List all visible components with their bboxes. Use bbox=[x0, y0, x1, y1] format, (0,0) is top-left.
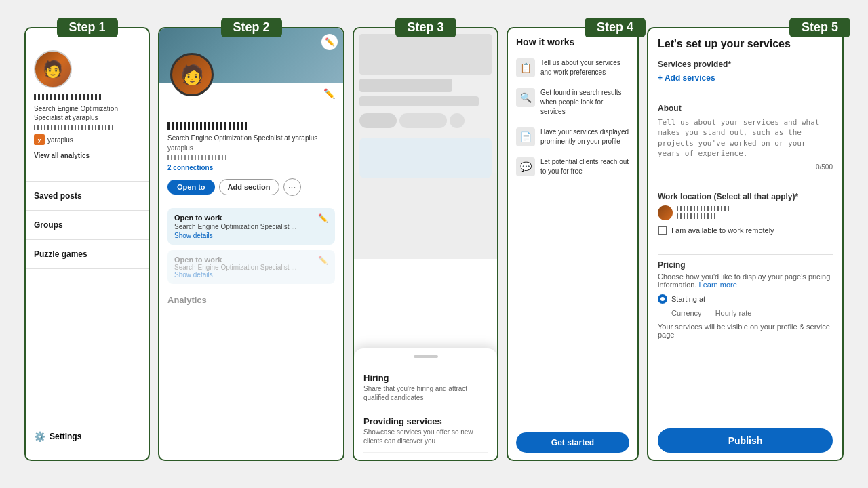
starting-at-radio: Starting at bbox=[658, 294, 833, 304]
how-text-3: Have your services displayed prominently… bbox=[540, 127, 629, 146]
search-icon: 🔍 bbox=[516, 88, 535, 107]
pricing-title: Pricing bbox=[658, 260, 833, 270]
radio-button-starting-at[interactable] bbox=[658, 294, 667, 304]
company-row: y yaraplus bbox=[34, 134, 73, 145]
loc-avatar bbox=[658, 205, 673, 220]
company-icon: y bbox=[34, 134, 45, 145]
remote-checkbox[interactable] bbox=[658, 226, 667, 235]
otw-edit-icon[interactable]: ✏️ bbox=[318, 214, 328, 223]
remote-label: I am available to work remotely bbox=[671, 226, 774, 235]
company-name: yaraplus bbox=[47, 136, 73, 144]
step4-badge: Step 4 bbox=[585, 18, 646, 37]
hiring-option[interactable]: Hiring Share that you're hiring and attr… bbox=[363, 366, 488, 409]
loc-line2 bbox=[677, 214, 717, 219]
loc-text bbox=[677, 206, 731, 219]
starting-at-label: Starting at bbox=[671, 295, 705, 303]
profile-location bbox=[167, 155, 229, 160]
how-text-2: Get found in search results when people … bbox=[540, 88, 629, 117]
step3-card: Hiring Share that you're hiring and attr… bbox=[353, 27, 498, 461]
add-section-modal: Hiring Share that you're hiring and attr… bbox=[354, 348, 497, 460]
publish-button[interactable]: Publish bbox=[658, 428, 833, 453]
add-services-button[interactable]: + Add services bbox=[658, 73, 833, 83]
profile-avatar: 🧑 bbox=[170, 53, 214, 96]
radio-inner bbox=[660, 297, 665, 301]
services-title: Providing services bbox=[363, 416, 488, 426]
step1-badge: Step 1 bbox=[56, 18, 117, 37]
otw-show-details[interactable]: Show details bbox=[174, 232, 297, 239]
step2-wrapper: Step 2 ✏️ 🧑 ✏️ Search Engine Optimizatio… bbox=[158, 27, 344, 461]
divider-about bbox=[658, 186, 833, 186]
pricing-desc: Choose how you'd like to display your pa… bbox=[658, 272, 833, 289]
location-scribble-row bbox=[658, 205, 833, 220]
how-item-3: 📄 Have your services displayed prominent… bbox=[508, 122, 637, 152]
hiring-title: Hiring bbox=[363, 373, 488, 383]
open-to-work-card: Open to work Search Engine Optimization … bbox=[167, 208, 335, 245]
location-scribble bbox=[34, 125, 115, 130]
divider4 bbox=[26, 268, 149, 269]
action-buttons: Open to Add section ··· bbox=[167, 178, 335, 196]
how-item-1: 📋 Tell us about your services and work p… bbox=[508, 53, 637, 83]
step5-title: Let's set up your services bbox=[658, 38, 833, 50]
connections-link[interactable]: 2 connections bbox=[167, 164, 335, 171]
remote-checkbox-row: I am available to work remotely bbox=[658, 226, 833, 235]
settings-nav[interactable]: ⚙️ Settings bbox=[26, 424, 90, 449]
currency-row: Currency Hourly rate bbox=[658, 309, 833, 317]
services-provided-label: Services provided* bbox=[658, 60, 833, 69]
get-started-button[interactable]: Get started bbox=[516, 432, 629, 453]
otw-content: Open to work Search Engine Optimization … bbox=[174, 214, 297, 239]
analytics-blurred: Analytics bbox=[159, 289, 343, 313]
about-label: About bbox=[658, 104, 833, 113]
services-desc: Showcase services you offer so new clien… bbox=[363, 428, 488, 445]
step1-wrapper: Step 1 🧑 Search Engine Optimization Spec… bbox=[24, 27, 150, 461]
otw-blurred: Open to work Search Engine Optimization … bbox=[159, 250, 343, 289]
step5-wrapper: Step 5 Let's set up your services Servic… bbox=[647, 27, 844, 461]
providing-services-option[interactable]: Providing services Showcase services you… bbox=[363, 409, 488, 453]
edit-profile-btn[interactable]: ✏️ bbox=[323, 88, 335, 98]
profile-subtitle: Search Engine Optimization Specialist at… bbox=[167, 134, 335, 142]
clients-reach-icon: 💬 bbox=[516, 157, 535, 176]
hourly-rate-label: Hourly rate bbox=[715, 309, 752, 317]
step5-badge: Step 5 bbox=[789, 18, 850, 37]
more-options-button[interactable]: ··· bbox=[283, 178, 301, 196]
how-text-1: Tell us about your services and work pre… bbox=[540, 58, 629, 77]
learn-more-link[interactable]: Learn more bbox=[699, 281, 737, 289]
profile-display-icon: 📄 bbox=[516, 127, 535, 146]
how-item-4: 💬 Let potential clients reach out to you… bbox=[508, 152, 637, 182]
settings-label: Settings bbox=[50, 432, 81, 441]
avatar: 🧑 bbox=[34, 50, 72, 88]
profile-name-scribble bbox=[167, 122, 249, 130]
about-textarea[interactable] bbox=[658, 117, 833, 159]
open-to-button[interactable]: Open to bbox=[167, 180, 215, 195]
divider1 bbox=[26, 181, 149, 182]
how-text-4: Let potential clients reach out to you f… bbox=[540, 157, 629, 176]
step5-card: Let's set up your services Services prov… bbox=[647, 27, 844, 461]
hiring-desc: Share that you're hiring and attract qua… bbox=[363, 384, 488, 402]
step2-card: ✏️ 🧑 ✏️ Search Engine Optimization Speci… bbox=[158, 27, 344, 461]
saved-posts-nav[interactable]: Saved posts bbox=[26, 184, 149, 207]
visibility-note: Your services will be visible on your pr… bbox=[658, 323, 833, 339]
step4-card: How it works 📋 Tell us about your servic… bbox=[507, 27, 639, 461]
step4-wrapper: Step 4 How it works 📋 Tell us about your… bbox=[507, 27, 639, 461]
step3-blur-bg bbox=[354, 28, 497, 259]
step1-profile: 🧑 Search Engine Optimization Specialist … bbox=[26, 42, 149, 178]
groups-nav[interactable]: Groups bbox=[26, 214, 149, 237]
services-pref-icon: 📋 bbox=[516, 58, 535, 77]
otw-subtitle: Search Engine Optimization Specialist ..… bbox=[174, 223, 297, 230]
edit-banner-btn[interactable]: ✏️ bbox=[321, 34, 338, 50]
step1-card: 🧑 Search Engine Optimization Specialist … bbox=[24, 27, 150, 461]
profile-info: Search Engine Optimization Specialist at… bbox=[159, 103, 343, 208]
how-item-2: 🔍 Get found in search results when peopl… bbox=[508, 83, 637, 122]
analytics-link[interactable]: View all analytics bbox=[34, 152, 90, 159]
profile-title: Search Engine Optimization Specialist at… bbox=[34, 104, 140, 122]
profile-company: yaraplus bbox=[167, 144, 335, 152]
pricing-section: Pricing Choose how you'd like to display… bbox=[658, 260, 833, 346]
divider2 bbox=[26, 210, 149, 211]
divider-location bbox=[658, 254, 833, 255]
step3-wrapper: Step 3 Hiring Share that you're hiring a… bbox=[353, 27, 498, 461]
add-section-button[interactable]: Add section bbox=[219, 179, 279, 195]
puzzle-games-nav[interactable]: Puzzle games bbox=[26, 243, 149, 266]
name-scribble bbox=[34, 94, 102, 100]
currency-label: Currency bbox=[671, 309, 702, 317]
about-section: About 0/500 bbox=[658, 104, 833, 171]
modal-handle bbox=[414, 355, 438, 358]
